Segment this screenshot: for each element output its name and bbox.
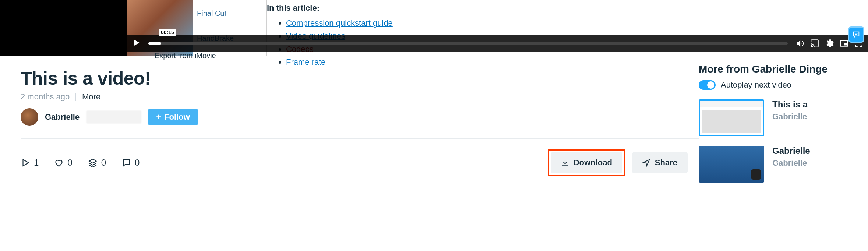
stat-comments-value: 0 [135, 158, 140, 168]
share-label: Share [655, 158, 677, 167]
pip-icon[interactable] [839, 39, 849, 48]
follow-button[interactable]: + Follow [148, 109, 198, 126]
play-outline-icon [21, 158, 30, 167]
sidebar-thumb [699, 99, 764, 136]
video-control-bar: 00:15 [127, 35, 868, 52]
sidebar-thumb [699, 146, 764, 183]
download-icon [561, 159, 569, 167]
volume-icon[interactable] [795, 39, 805, 48]
time-tooltip: 00:15 [159, 29, 176, 36]
stat-comments[interactable]: 0 [121, 158, 140, 168]
video-letterbox [0, 0, 127, 56]
download-button[interactable]: Download [551, 152, 622, 173]
stack-icon [88, 158, 98, 167]
autoplay-row: Autoplay next video [699, 80, 868, 90]
sidebar-item-byline: Gabrielle [772, 112, 808, 121]
download-highlight: Download [548, 149, 625, 176]
download-label: Download [574, 158, 612, 167]
author-name[interactable]: Gabrielle [45, 112, 80, 122]
overlay-left-label: Final Cut [197, 7, 267, 19]
comment-icon [121, 158, 131, 167]
article-link[interactable]: Compression quickstart guide [286, 18, 393, 28]
transcript-button[interactable] [848, 26, 864, 43]
author-row: Gabrielle + Follow [21, 108, 699, 126]
sidebar-item-title: This is a [772, 99, 808, 110]
heart-icon [54, 158, 64, 167]
sidebar-item-byline: Gabrielle [772, 158, 810, 168]
meta-row: 2 months ago | More [21, 92, 699, 102]
stat-collections-value: 0 [101, 158, 106, 168]
follow-label: Follow [164, 112, 190, 122]
sidebar: More from Gabrielle Dinge Autoplay next … [699, 56, 868, 183]
autoplay-toggle[interactable] [699, 80, 716, 90]
autoplay-label: Autoplay next video [721, 80, 791, 90]
article-heading: In this article: [267, 1, 861, 14]
main-column: This is a video! 2 months ago | More Gab… [0, 56, 699, 183]
send-icon [642, 159, 650, 167]
sidebar-item[interactable]: Gabrielle Gabrielle [699, 146, 868, 183]
stat-row: 1 0 0 0 Downlo [21, 138, 699, 176]
cast-icon[interactable] [810, 39, 819, 48]
article-link[interactable]: Frame rate [286, 57, 326, 67]
stat-likes[interactable]: 0 [54, 158, 72, 168]
sidebar-item-title: Gabrielle [772, 146, 810, 156]
more-link[interactable]: More [82, 92, 100, 102]
stat-likes-value: 0 [67, 158, 72, 168]
stat-plays: 1 [21, 158, 39, 168]
stat-plays-value: 1 [34, 158, 39, 168]
overlay-caption: Export from iMovie [155, 52, 216, 60]
stat-collections[interactable]: 0 [88, 158, 106, 168]
author-avatar[interactable] [21, 108, 38, 126]
progress-bar[interactable] [148, 42, 788, 45]
redacted-name [86, 110, 141, 124]
video-age: 2 months ago [21, 92, 70, 102]
play-button[interactable] [131, 38, 141, 49]
sidebar-item[interactable]: This is a Gabrielle [699, 99, 868, 136]
video-player-region: Final Cut HandBrake In this article: Com… [0, 0, 868, 56]
separator: | [75, 92, 77, 102]
settings-icon[interactable] [825, 39, 834, 48]
svg-point-0 [811, 46, 812, 47]
video-title: This is a video! [21, 68, 699, 89]
share-button[interactable]: Share [632, 152, 688, 173]
